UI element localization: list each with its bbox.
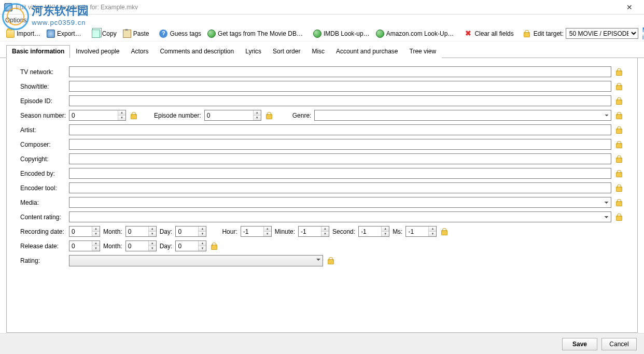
close-button[interactable]: ✕	[619, 3, 640, 11]
lock-icon[interactable]	[614, 155, 624, 163]
tab-actors[interactable]: Actors	[125, 45, 154, 58]
rel-month-input[interactable]: 0▲▼	[125, 240, 157, 251]
media-select[interactable]	[69, 197, 611, 208]
tv-network-label: TV network:	[20, 68, 66, 76]
rec-day-input[interactable]: 0▲▼	[175, 226, 206, 237]
lock-icon[interactable]	[440, 228, 449, 235]
more-info-link[interactable]: More info…	[640, 26, 644, 41]
toolbar: Import… Export… Copy Paste ?Guess tags G…	[0, 26, 644, 41]
amazon-button[interactable]: Amazon.com Look-Up…	[374, 29, 456, 39]
month-label: Month:	[103, 243, 122, 250]
footer: Save Cancel	[0, 333, 644, 354]
tab-bar: Basic information Involved people Actors…	[0, 41, 644, 58]
encoded-by-input[interactable]	[69, 168, 611, 179]
copyright-input[interactable]	[69, 153, 611, 164]
tv-network-input[interactable]	[69, 66, 611, 77]
tab-sort[interactable]: Sort order	[267, 45, 306, 58]
lock-icon[interactable]	[614, 199, 624, 206]
spin-up[interactable]: ▲	[118, 110, 125, 116]
tab-lyrics[interactable]: Lyrics	[240, 45, 267, 58]
guess-tags-button[interactable]: ?Guess tags	[157, 29, 203, 39]
hour-label: Hour:	[222, 228, 237, 235]
media-label: Media:	[20, 199, 66, 206]
spin-down[interactable]: ▼	[254, 116, 261, 120]
second-label: Second:	[332, 228, 355, 235]
content-rating-select[interactable]	[69, 211, 611, 222]
app-icon	[4, 3, 12, 11]
encoder-tool-input[interactable]	[69, 182, 611, 193]
season-number-input[interactable]: 0▲▼	[69, 110, 126, 121]
lock-icon[interactable]	[129, 112, 138, 119]
lock-icon[interactable]	[614, 68, 624, 76]
copyright-label: Copyright:	[20, 155, 66, 163]
lock-icon[interactable]	[614, 126, 624, 134]
paste-icon	[123, 30, 131, 38]
imdb-button[interactable]: IMDB Look-up…	[311, 29, 372, 39]
tab-comments[interactable]: Comments and description	[154, 45, 240, 58]
clear-all-button[interactable]: ✖Clear all fields	[462, 29, 515, 39]
composer-label: Composer:	[20, 141, 66, 148]
lock-icon[interactable]	[614, 185, 624, 192]
rec-minute-input[interactable]: -1▲▼	[298, 226, 329, 237]
lock-icon[interactable]	[614, 97, 624, 105]
encoder-tool-label: Encoder tool:	[20, 185, 66, 192]
rating-select[interactable]	[69, 255, 323, 266]
import-button[interactable]: Import…	[4, 29, 43, 39]
genre-select[interactable]	[314, 110, 611, 121]
lock-icon[interactable]	[614, 141, 624, 148]
episode-id-label: Episode ID:	[20, 97, 66, 105]
tab-people[interactable]: Involved people	[70, 45, 125, 58]
x-icon: ✖	[464, 30, 472, 38]
recording-date-label: Recording date:	[20, 228, 66, 235]
lock-icon[interactable]	[326, 257, 335, 264]
rel-day-input[interactable]: 0▲▼	[175, 240, 206, 251]
episode-id-input[interactable]	[69, 95, 611, 106]
lock-icon[interactable]	[614, 214, 624, 221]
save-button[interactable]: Save	[562, 338, 597, 350]
rec-second-input[interactable]: -1▲▼	[358, 226, 389, 237]
rec-month-input[interactable]: 0▲▼	[125, 226, 157, 237]
ms-label: Ms:	[393, 228, 402, 235]
day-label: Day:	[160, 228, 173, 235]
globe-icon	[313, 30, 321, 38]
encoded-by-label: Encoded by:	[20, 170, 66, 177]
moviedb-button[interactable]: Get tags from The Movie DB…	[205, 29, 305, 39]
paste-button[interactable]: Paste	[121, 29, 151, 39]
titlebar: Edit video MKV tag details for: Example.…	[0, 0, 644, 15]
lock-icon[interactable]	[614, 83, 624, 90]
show-title-input[interactable]	[69, 81, 611, 92]
edit-target-label: Edit target:	[534, 30, 564, 37]
month-label: Month:	[103, 228, 122, 235]
rel-year-input[interactable]: 0▲▼	[69, 240, 100, 251]
window-title: Edit video MKV tag details for: Example.…	[16, 4, 138, 11]
lock-icon[interactable]	[522, 30, 531, 37]
globe-icon	[376, 30, 384, 38]
rec-hour-input[interactable]: -1▲▼	[241, 226, 272, 237]
artist-label: Artist:	[20, 126, 66, 134]
cancel-button[interactable]: Cancel	[601, 338, 637, 350]
tab-account[interactable]: Account and purchase	[330, 45, 403, 58]
basic-panel: TV network: Show/title: Episode ID: Seas…	[6, 58, 638, 333]
edit-target-select[interactable]: 50 MOVIE / EPISODE	[566, 28, 638, 39]
copy-button[interactable]: Copy	[90, 29, 119, 39]
rec-ms-input[interactable]: -1▲▼	[405, 226, 437, 237]
lock-icon[interactable]	[614, 170, 624, 177]
rating-label: Rating:	[20, 257, 66, 264]
lock-icon[interactable]	[264, 112, 274, 119]
tab-basic[interactable]: Basic information	[6, 45, 70, 58]
help-icon: ?	[159, 30, 167, 38]
tab-misc[interactable]: Misc	[306, 45, 330, 58]
spin-down[interactable]: ▼	[118, 116, 125, 120]
minute-label: Minute:	[275, 228, 295, 235]
episode-number-input[interactable]: 0▲▼	[204, 110, 261, 121]
day-label: Day:	[160, 243, 173, 250]
rec-year-input[interactable]: 0▲▼	[69, 226, 100, 237]
composer-input[interactable]	[69, 139, 611, 150]
lock-icon[interactable]	[614, 112, 624, 119]
export-button[interactable]: Export…	[45, 29, 83, 39]
artist-input[interactable]	[69, 124, 611, 135]
tab-tree[interactable]: Tree view	[404, 45, 442, 58]
spin-up[interactable]: ▲	[254, 110, 261, 116]
episode-number-label: Episode number:	[154, 112, 201, 119]
lock-icon[interactable]	[209, 243, 219, 250]
